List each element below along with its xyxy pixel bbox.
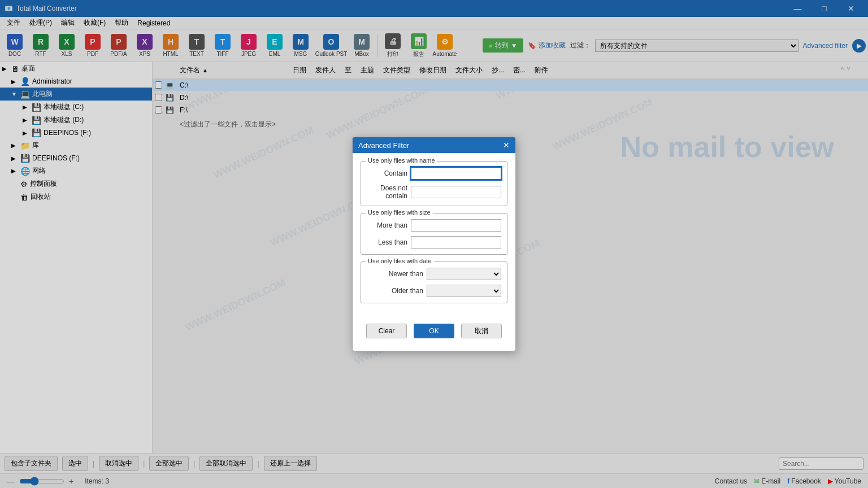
name-filter-section: Use only files with name Contain Does no… xyxy=(361,161,507,206)
newer-than-label: Newer than xyxy=(367,270,423,278)
less-than-label: Less than xyxy=(367,238,407,246)
clear-button[interactable]: Clear xyxy=(366,324,407,338)
dialog-close-button[interactable]: ✕ xyxy=(503,141,510,150)
older-than-label: Older than xyxy=(367,287,423,295)
date-section-title: Use only files with date xyxy=(366,258,434,264)
cancel-button[interactable]: 取消 xyxy=(461,324,502,338)
contain-label: Contain xyxy=(367,169,407,177)
contain-row: Contain xyxy=(367,167,501,180)
dialog-title: Advanced Filter xyxy=(358,141,409,150)
older-than-select[interactable]: Today Yesterday Last Week Last Month xyxy=(427,285,501,297)
newer-than-select[interactable]: Today Yesterday Last Week Last Month xyxy=(427,268,501,280)
advanced-filter-dialog: Advanced Filter ✕ Use only files with na… xyxy=(352,137,516,351)
newer-than-row: Newer than Today Yesterday Last Week Las… xyxy=(367,268,501,280)
modal-overlay: Advanced Filter ✕ Use only files with na… xyxy=(0,0,868,488)
not-contain-label: Does not contain xyxy=(367,184,407,200)
dialog-body: Use only files with name Contain Does no… xyxy=(353,153,515,318)
more-than-input[interactable] xyxy=(411,219,501,232)
contain-input[interactable] xyxy=(411,167,501,180)
name-section-title: Use only files with name xyxy=(366,157,437,164)
size-section-title: Use only files with size xyxy=(366,209,433,216)
ok-button[interactable]: OK xyxy=(414,324,454,338)
date-filter-section: Use only files with date Newer than Toda… xyxy=(361,262,507,303)
less-than-input[interactable] xyxy=(411,236,501,249)
less-than-row: Less than xyxy=(367,236,501,249)
more-than-label: More than xyxy=(367,221,407,229)
not-contain-input[interactable] xyxy=(411,186,501,198)
dialog-title-bar: Advanced Filter ✕ xyxy=(353,137,515,153)
not-contain-row: Does not contain xyxy=(367,184,501,200)
more-than-row: More than xyxy=(367,219,501,232)
size-filter-section: Use only files with size More than Less … xyxy=(361,213,507,255)
older-than-row: Older than Today Yesterday Last Week Las… xyxy=(367,285,501,297)
dialog-footer: Clear OK 取消 xyxy=(353,318,515,346)
